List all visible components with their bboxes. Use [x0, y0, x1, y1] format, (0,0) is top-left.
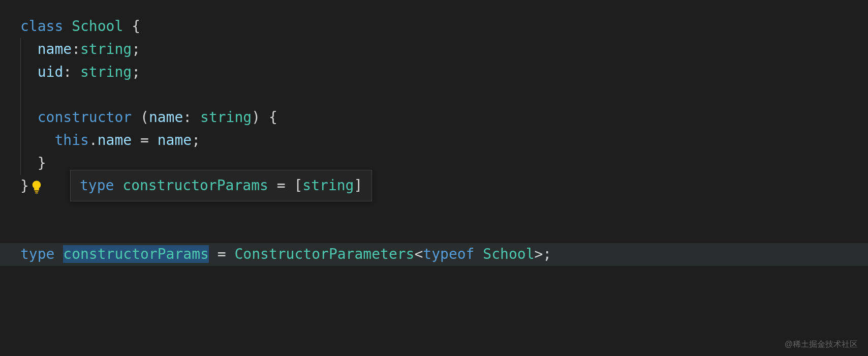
svg-rect-1: [35, 192, 38, 193]
watermark: @稀土掘金技术社区: [785, 338, 858, 351]
close-brace: }: [38, 155, 46, 171]
code-line-9[interactable]: type constructorParams = ConstructorPara…: [0, 243, 868, 266]
hover-tooltip: type constructorParams = [string]: [70, 170, 372, 202]
code-line-6[interactable]: this.name = name;: [20, 129, 848, 152]
tooltip-type-kw: type: [80, 177, 114, 194]
type-annotation: string: [80, 64, 132, 80]
property-access: name: [98, 132, 132, 149]
param-type: string: [200, 109, 252, 126]
type-annotation: string: [80, 41, 132, 57]
code-line-1[interactable]: class School {: [20, 15, 848, 38]
class-keyword: class: [20, 18, 63, 35]
type-keyword: type: [20, 246, 54, 262]
open-brace: {: [123, 18, 140, 35]
code-line-8[interactable]: } type constructorParams = [string]: [20, 175, 848, 243]
close-brace: }: [20, 177, 29, 194]
utility-type: ConstructorParameters: [234, 246, 414, 262]
this-keyword: this: [54, 132, 88, 149]
typeof-keyword: typeof: [423, 246, 474, 262]
property-name: name: [38, 41, 72, 57]
type-alias-name: constructorParams: [63, 245, 209, 263]
rhs-identifier: name: [158, 132, 192, 149]
lightbulb-icon[interactable]: [31, 179, 43, 194]
constructor-keyword: constructor: [38, 109, 132, 126]
code-line-5[interactable]: constructor (name: string) {: [20, 106, 848, 129]
param-name: name: [149, 109, 183, 126]
code-line-3[interactable]: uid: string;: [20, 61, 848, 84]
code-editor[interactable]: class School { name:string; uid: string;…: [20, 15, 848, 266]
code-line-4[interactable]: [20, 83, 848, 106]
typeof-target: School: [483, 246, 534, 262]
svg-rect-0: [35, 191, 38, 192]
class-name: School: [72, 18, 123, 35]
code-line-2[interactable]: name:string;: [20, 38, 848, 61]
property-uid: uid: [38, 64, 64, 80]
tooltip-alias: constructorParams: [122, 177, 268, 194]
tooltip-tuple-member: string: [302, 177, 354, 194]
